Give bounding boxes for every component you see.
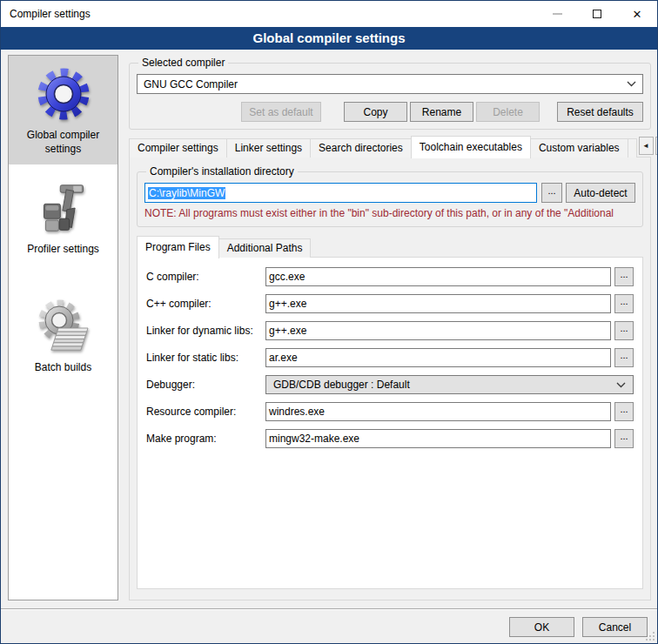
program-files-tabstrip: Program Files Additional Paths: [137, 236, 643, 258]
tab-scroll-arrows: ◄ ►: [637, 137, 658, 155]
sidebar-item-global-compiler-settings[interactable]: Global compiler settings: [9, 56, 118, 164]
resize-grip[interactable]: [645, 631, 655, 641]
auto-detect-button[interactable]: Auto-detect: [566, 183, 635, 203]
c-compiler-row: C compiler: gcc.exe ...: [146, 267, 634, 286]
sidebar-item-label: Batch builds: [35, 361, 91, 375]
debugger-value: GDB/CDB debugger : Default: [273, 379, 410, 391]
dialog-content: Global compiler settings Profiler settin…: [1, 50, 657, 608]
sidebar-item-label: Profiler settings: [27, 243, 99, 257]
close-icon: ✕: [633, 9, 642, 20]
selected-compiler-group: Selected compiler GNU GCC Compiler Set a…: [129, 57, 651, 130]
make-program-browse-button[interactable]: ...: [614, 429, 634, 448]
tab-search-directories[interactable]: Search directories: [310, 138, 412, 158]
rename-button[interactable]: Rename: [410, 102, 473, 122]
reset-defaults-button[interactable]: Reset defaults: [557, 102, 643, 122]
settings-category-list: Global compiler settings Profiler settin…: [8, 55, 118, 600]
dynamic-linker-row: Linker for dynamic libs: g++.exe ...: [146, 321, 634, 340]
static-linker-row: Linker for static libs: ar.exe ...: [146, 348, 634, 367]
installation-directory-input[interactable]: C:\raylib\MinGW: [144, 183, 537, 203]
cpp-compiler-value: g++.exe: [269, 298, 306, 310]
settings-tabstrip: Compiler settings Linker settings Search…: [129, 136, 651, 158]
c-compiler-value: gcc.exe: [269, 271, 305, 283]
title-bar: Compiler settings ✕: [1, 1, 657, 27]
ok-button[interactable]: OK: [509, 617, 574, 637]
tab-linker-settings[interactable]: Linker settings: [226, 138, 311, 158]
page-title: Global compiler settings: [1, 27, 657, 50]
copy-button[interactable]: Copy: [344, 102, 407, 122]
installation-directory-group: Compiler's installation directory C:\ray…: [137, 165, 643, 227]
cpp-compiler-input[interactable]: g++.exe: [265, 294, 611, 313]
installation-directory-row: C:\raylib\MinGW ... Auto-detect: [144, 183, 635, 203]
chevron-down-icon: [616, 382, 626, 388]
toolchain-executables-page: Compiler's installation directory C:\ray…: [129, 157, 651, 600]
debugger-label: Debugger:: [146, 379, 265, 391]
resource-compiler-input[interactable]: windres.exe: [265, 402, 611, 421]
c-compiler-browse-button[interactable]: ...: [614, 267, 634, 286]
static-linker-value: ar.exe: [269, 352, 298, 364]
compiler-select[interactable]: GNU GCC Compiler: [137, 74, 643, 94]
installation-directory-group-label: Compiler's installation directory: [146, 165, 298, 178]
sidebar-item-label: Global compiler settings: [10, 129, 116, 156]
tab-compiler-settings[interactable]: Compiler settings: [129, 138, 227, 158]
program-files-page: C compiler: gcc.exe ... C++ compiler: g+…: [137, 257, 643, 589]
dynamic-linker-input[interactable]: g++.exe: [265, 321, 611, 340]
tab-program-files[interactable]: Program Files: [137, 236, 219, 258]
static-linker-label: Linker for static libs:: [146, 352, 265, 364]
tab-toolchain-executables[interactable]: Toolchain executables: [411, 136, 531, 158]
make-program-row: Make program: mingw32-make.exe ...: [146, 429, 634, 448]
profiler-caliper-icon: [37, 180, 90, 236]
dialog-footer: OK Cancel: [1, 608, 657, 644]
maximize-button[interactable]: [577, 1, 617, 27]
dynamic-linker-browse-button[interactable]: ...: [614, 321, 634, 340]
window-title: Compiler settings: [10, 8, 91, 20]
c-compiler-input[interactable]: gcc.exe: [265, 267, 611, 286]
static-linker-input[interactable]: ar.exe: [265, 348, 611, 367]
dynamic-linker-label: Linker for dynamic libs:: [146, 325, 265, 337]
minimize-icon: [553, 13, 562, 15]
cpp-compiler-row: C++ compiler: g++.exe ...: [146, 294, 634, 313]
compiler-select-value: GNU GCC Compiler: [144, 78, 238, 91]
sidebar-item-profiler-settings[interactable]: Profiler settings: [9, 170, 118, 265]
make-program-value: mingw32-make.exe: [269, 433, 359, 445]
tab-scroll-left-button[interactable]: ◄: [639, 137, 654, 155]
close-button[interactable]: ✕: [617, 1, 657, 27]
tab-scroll-right-button[interactable]: ►: [655, 137, 658, 155]
cancel-button[interactable]: Cancel: [582, 617, 648, 637]
selected-compiler-group-label: Selected compiler: [138, 57, 228, 69]
arrow-left-icon: ◄: [642, 142, 649, 150]
main-panel: Selected compiler GNU GCC Compiler Set a…: [129, 55, 651, 600]
window-controls: ✕: [537, 1, 657, 27]
delete-button[interactable]: Delete: [476, 102, 540, 122]
compiler-settings-window: { "window": { "title": "Compiler setting…: [0, 0, 658, 644]
compiler-buttons-row: Set as default Copy Rename Delete Reset …: [137, 102, 643, 122]
tab-build-options[interactable]: Build options: [628, 138, 637, 158]
installation-directory-value: C:\raylib\MinGW: [148, 187, 225, 199]
cpp-compiler-browse-button[interactable]: ...: [614, 294, 634, 313]
dynamic-linker-value: g++.exe: [269, 325, 306, 337]
blue-gear-icon: [36, 66, 91, 122]
installation-directory-note: NOTE: All programs must exist either in …: [144, 207, 635, 219]
set-as-default-button[interactable]: Set as default: [241, 102, 321, 122]
resource-compiler-row: Resource compiler: windres.exe ...: [146, 402, 634, 421]
tab-custom-variables[interactable]: Custom variables: [530, 138, 628, 158]
minimize-button[interactable]: [537, 1, 577, 27]
resource-compiler-value: windres.exe: [269, 406, 325, 418]
debugger-select[interactable]: GDB/CDB debugger : Default: [265, 375, 634, 394]
make-program-input[interactable]: mingw32-make.exe: [265, 429, 611, 448]
tab-additional-paths[interactable]: Additional Paths: [218, 238, 312, 258]
c-compiler-label: C compiler:: [146, 271, 265, 283]
batch-builds-gear-icon: [36, 299, 91, 354]
cpp-compiler-label: C++ compiler:: [146, 298, 265, 310]
debugger-row: Debugger: GDB/CDB debugger : Default: [146, 375, 634, 394]
make-program-label: Make program:: [146, 433, 265, 445]
installation-directory-browse-button[interactable]: ...: [541, 183, 562, 203]
maximize-icon: [593, 10, 601, 18]
resource-compiler-browse-button[interactable]: ...: [614, 402, 634, 421]
resource-compiler-label: Resource compiler:: [146, 406, 265, 418]
chevron-down-icon: [627, 81, 636, 87]
static-linker-browse-button[interactable]: ...: [614, 348, 634, 367]
sidebar-item-batch-builds[interactable]: Batch builds: [9, 288, 118, 384]
